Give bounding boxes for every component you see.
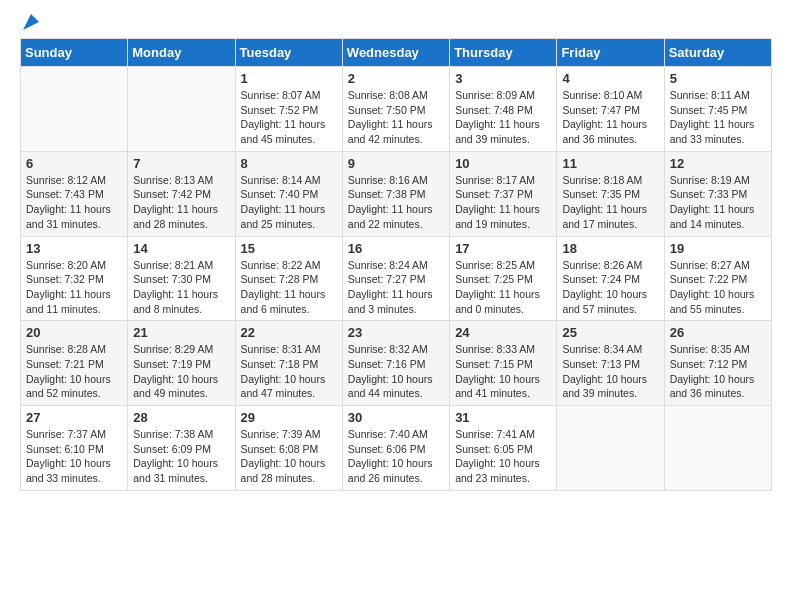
day-info: Sunrise: 8:09 AM Sunset: 7:48 PM Dayligh…	[455, 88, 551, 147]
weekday-header-tuesday: Tuesday	[235, 39, 342, 67]
calendar-cell	[664, 406, 771, 491]
svg-marker-0	[23, 14, 39, 30]
day-info: Sunrise: 8:13 AM Sunset: 7:42 PM Dayligh…	[133, 173, 229, 232]
calendar-cell: 1Sunrise: 8:07 AM Sunset: 7:52 PM Daylig…	[235, 67, 342, 152]
calendar-cell: 7Sunrise: 8:13 AM Sunset: 7:42 PM Daylig…	[128, 151, 235, 236]
calendar-cell: 2Sunrise: 8:08 AM Sunset: 7:50 PM Daylig…	[342, 67, 449, 152]
calendar-cell	[128, 67, 235, 152]
weekday-header-friday: Friday	[557, 39, 664, 67]
day-number: 15	[241, 241, 337, 256]
calendar-cell	[557, 406, 664, 491]
day-number: 23	[348, 325, 444, 340]
calendar-cell: 6Sunrise: 8:12 AM Sunset: 7:43 PM Daylig…	[21, 151, 128, 236]
day-info: Sunrise: 8:07 AM Sunset: 7:52 PM Dayligh…	[241, 88, 337, 147]
calendar-cell: 12Sunrise: 8:19 AM Sunset: 7:33 PM Dayli…	[664, 151, 771, 236]
calendar-cell: 11Sunrise: 8:18 AM Sunset: 7:35 PM Dayli…	[557, 151, 664, 236]
day-number: 24	[455, 325, 551, 340]
calendar-cell: 21Sunrise: 8:29 AM Sunset: 7:19 PM Dayli…	[128, 321, 235, 406]
day-number: 27	[26, 410, 122, 425]
weekday-header-wednesday: Wednesday	[342, 39, 449, 67]
calendar-cell	[21, 67, 128, 152]
day-number: 2	[348, 71, 444, 86]
day-info: Sunrise: 8:28 AM Sunset: 7:21 PM Dayligh…	[26, 342, 122, 401]
day-info: Sunrise: 8:20 AM Sunset: 7:32 PM Dayligh…	[26, 258, 122, 317]
weekday-header-row: SundayMondayTuesdayWednesdayThursdayFrid…	[21, 39, 772, 67]
calendar-cell: 5Sunrise: 8:11 AM Sunset: 7:45 PM Daylig…	[664, 67, 771, 152]
calendar-cell: 17Sunrise: 8:25 AM Sunset: 7:25 PM Dayli…	[450, 236, 557, 321]
day-number: 30	[348, 410, 444, 425]
week-row-3: 13Sunrise: 8:20 AM Sunset: 7:32 PM Dayli…	[21, 236, 772, 321]
day-number: 21	[133, 325, 229, 340]
day-info: Sunrise: 8:33 AM Sunset: 7:15 PM Dayligh…	[455, 342, 551, 401]
calendar-cell: 26Sunrise: 8:35 AM Sunset: 7:12 PM Dayli…	[664, 321, 771, 406]
calendar-cell: 27Sunrise: 7:37 AM Sunset: 6:10 PM Dayli…	[21, 406, 128, 491]
day-info: Sunrise: 8:18 AM Sunset: 7:35 PM Dayligh…	[562, 173, 658, 232]
day-number: 18	[562, 241, 658, 256]
day-info: Sunrise: 8:29 AM Sunset: 7:19 PM Dayligh…	[133, 342, 229, 401]
day-number: 20	[26, 325, 122, 340]
day-number: 4	[562, 71, 658, 86]
day-info: Sunrise: 8:16 AM Sunset: 7:38 PM Dayligh…	[348, 173, 444, 232]
day-info: Sunrise: 8:35 AM Sunset: 7:12 PM Dayligh…	[670, 342, 766, 401]
calendar-cell: 31Sunrise: 7:41 AM Sunset: 6:05 PM Dayli…	[450, 406, 557, 491]
day-info: Sunrise: 7:39 AM Sunset: 6:08 PM Dayligh…	[241, 427, 337, 486]
day-info: Sunrise: 8:34 AM Sunset: 7:13 PM Dayligh…	[562, 342, 658, 401]
calendar-cell: 20Sunrise: 8:28 AM Sunset: 7:21 PM Dayli…	[21, 321, 128, 406]
day-number: 1	[241, 71, 337, 86]
week-row-2: 6Sunrise: 8:12 AM Sunset: 7:43 PM Daylig…	[21, 151, 772, 236]
weekday-header-monday: Monday	[128, 39, 235, 67]
day-info: Sunrise: 8:12 AM Sunset: 7:43 PM Dayligh…	[26, 173, 122, 232]
day-number: 9	[348, 156, 444, 171]
day-info: Sunrise: 8:32 AM Sunset: 7:16 PM Dayligh…	[348, 342, 444, 401]
day-number: 25	[562, 325, 658, 340]
day-number: 19	[670, 241, 766, 256]
calendar-cell: 16Sunrise: 8:24 AM Sunset: 7:27 PM Dayli…	[342, 236, 449, 321]
week-row-4: 20Sunrise: 8:28 AM Sunset: 7:21 PM Dayli…	[21, 321, 772, 406]
day-number: 5	[670, 71, 766, 86]
calendar-cell: 10Sunrise: 8:17 AM Sunset: 7:37 PM Dayli…	[450, 151, 557, 236]
day-number: 31	[455, 410, 551, 425]
day-number: 12	[670, 156, 766, 171]
calendar-cell: 22Sunrise: 8:31 AM Sunset: 7:18 PM Dayli…	[235, 321, 342, 406]
day-info: Sunrise: 8:22 AM Sunset: 7:28 PM Dayligh…	[241, 258, 337, 317]
calendar-cell: 30Sunrise: 7:40 AM Sunset: 6:06 PM Dayli…	[342, 406, 449, 491]
day-info: Sunrise: 7:41 AM Sunset: 6:05 PM Dayligh…	[455, 427, 551, 486]
week-row-5: 27Sunrise: 7:37 AM Sunset: 6:10 PM Dayli…	[21, 406, 772, 491]
day-number: 29	[241, 410, 337, 425]
calendar-cell: 28Sunrise: 7:38 AM Sunset: 6:09 PM Dayli…	[128, 406, 235, 491]
day-info: Sunrise: 8:11 AM Sunset: 7:45 PM Dayligh…	[670, 88, 766, 147]
page-header	[20, 20, 772, 28]
logo-arrow-icon	[21, 12, 41, 32]
day-info: Sunrise: 8:31 AM Sunset: 7:18 PM Dayligh…	[241, 342, 337, 401]
day-number: 22	[241, 325, 337, 340]
weekday-header-sunday: Sunday	[21, 39, 128, 67]
day-number: 6	[26, 156, 122, 171]
day-number: 8	[241, 156, 337, 171]
day-number: 7	[133, 156, 229, 171]
week-row-1: 1Sunrise: 8:07 AM Sunset: 7:52 PM Daylig…	[21, 67, 772, 152]
calendar-cell: 4Sunrise: 8:10 AM Sunset: 7:47 PM Daylig…	[557, 67, 664, 152]
calendar-cell: 23Sunrise: 8:32 AM Sunset: 7:16 PM Dayli…	[342, 321, 449, 406]
day-number: 11	[562, 156, 658, 171]
day-info: Sunrise: 8:24 AM Sunset: 7:27 PM Dayligh…	[348, 258, 444, 317]
day-info: Sunrise: 8:21 AM Sunset: 7:30 PM Dayligh…	[133, 258, 229, 317]
day-info: Sunrise: 8:17 AM Sunset: 7:37 PM Dayligh…	[455, 173, 551, 232]
day-info: Sunrise: 8:27 AM Sunset: 7:22 PM Dayligh…	[670, 258, 766, 317]
day-info: Sunrise: 8:08 AM Sunset: 7:50 PM Dayligh…	[348, 88, 444, 147]
day-number: 14	[133, 241, 229, 256]
calendar-table: SundayMondayTuesdayWednesdayThursdayFrid…	[20, 38, 772, 491]
calendar-cell: 24Sunrise: 8:33 AM Sunset: 7:15 PM Dayli…	[450, 321, 557, 406]
day-number: 26	[670, 325, 766, 340]
day-number: 10	[455, 156, 551, 171]
calendar-cell: 15Sunrise: 8:22 AM Sunset: 7:28 PM Dayli…	[235, 236, 342, 321]
day-info: Sunrise: 8:19 AM Sunset: 7:33 PM Dayligh…	[670, 173, 766, 232]
day-number: 3	[455, 71, 551, 86]
logo	[20, 20, 41, 28]
day-info: Sunrise: 8:25 AM Sunset: 7:25 PM Dayligh…	[455, 258, 551, 317]
day-info: Sunrise: 8:14 AM Sunset: 7:40 PM Dayligh…	[241, 173, 337, 232]
calendar-cell: 9Sunrise: 8:16 AM Sunset: 7:38 PM Daylig…	[342, 151, 449, 236]
day-number: 17	[455, 241, 551, 256]
calendar-cell: 29Sunrise: 7:39 AM Sunset: 6:08 PM Dayli…	[235, 406, 342, 491]
weekday-header-saturday: Saturday	[664, 39, 771, 67]
calendar-cell: 8Sunrise: 8:14 AM Sunset: 7:40 PM Daylig…	[235, 151, 342, 236]
